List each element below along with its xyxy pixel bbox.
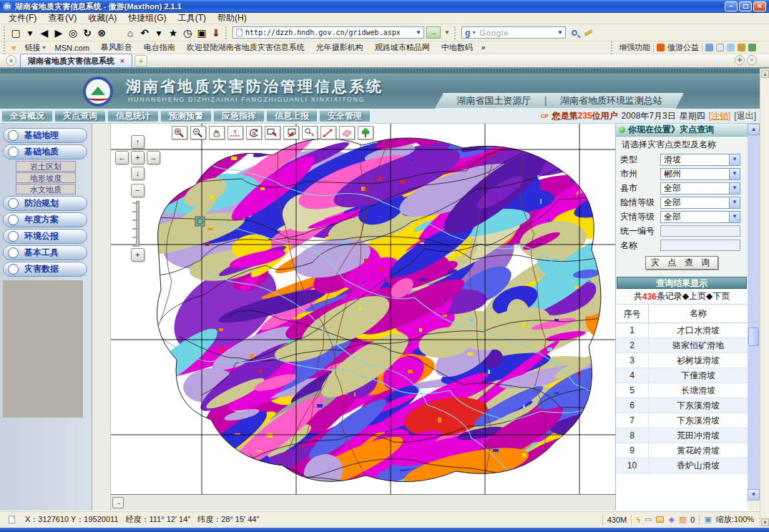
chevron-down-icon[interactable]: ▼ <box>729 154 740 165</box>
minimize-button[interactable]: – <box>725 1 738 11</box>
url-text[interactable]: http://dzzh.hndh.gov.cn/gridweb.aspx <box>245 29 413 36</box>
nav-tab[interactable]: 全省概况 <box>1 110 53 122</box>
result-row[interactable]: 10 香炉山滑坡 <box>616 458 748 473</box>
toolbar-button[interactable]: ◎ <box>66 26 80 40</box>
sidebar-subitem[interactable]: 地形坡度 <box>16 172 76 183</box>
map-tool-button[interactable] <box>358 126 373 139</box>
pages-icon[interactable] <box>727 44 735 51</box>
brush-icon[interactable] <box>738 44 745 51</box>
sidebar-item[interactable]: 基础地理 <box>0 128 92 143</box>
sidebar-item[interactable]: 地形坡度 <box>0 172 92 183</box>
highlighter-icon[interactable] <box>584 29 593 36</box>
tray-icon[interactable]: ▭ <box>645 515 652 524</box>
map-tool-button[interactable] <box>320 126 336 139</box>
pan-right-button[interactable]: → <box>147 151 160 164</box>
sidebar-item[interactable]: 灾害数据 <box>0 262 92 277</box>
toolbar-button[interactable]: ▢ <box>9 26 23 40</box>
result-row[interactable]: 9 黄花岭滑坡 <box>616 443 748 458</box>
chevron-down-icon[interactable]: ▼ <box>729 183 740 194</box>
exit-link[interactable]: [退出] <box>734 110 756 122</box>
panel-scrollbar[interactable]: ▲ ▼ <box>748 124 760 511</box>
browser-tab[interactable]: 湖南省地质灾害信息系统× <box>20 54 132 67</box>
field-select[interactable]: 全部▼ <box>660 211 740 223</box>
map-tool-button[interactable] <box>283 126 299 139</box>
menu-item[interactable]: 文件(F) <box>3 12 42 24</box>
favorites-star-icon[interactable]: ★ <box>6 55 16 66</box>
chevron-down-icon[interactable]: ▼ <box>444 29 450 36</box>
charity-button[interactable]: 傲游公益 <box>667 42 699 53</box>
map-tool-button[interactable] <box>209 126 225 139</box>
search-input[interactable]: Google <box>476 29 555 37</box>
map-tool-button[interactable]: ? <box>227 126 243 139</box>
bookmark-item[interactable]: 中地数码 <box>436 42 479 53</box>
menu-item[interactable]: 工具(T) <box>172 12 212 24</box>
field-input[interactable] <box>660 225 740 237</box>
bookmarks-overflow-button[interactable]: » <box>479 44 489 51</box>
map-viewport[interactable]: ?S ↑ ← + → ↓ − + → <box>111 124 615 511</box>
go-button[interactable]: → <box>426 26 441 39</box>
zoom-in-step-button[interactable]: + <box>131 248 145 262</box>
toolbar-button[interactable]: ◷ <box>180 26 195 40</box>
toolbar-button[interactable]: ⌂ <box>123 26 137 40</box>
toolbar-grip[interactable] <box>454 26 457 39</box>
menu-item[interactable]: 快捷组(G) <box>122 12 172 24</box>
bookmark-item[interactable]: 光年摄影机构 <box>310 42 369 53</box>
result-row[interactable]: 4 下僮滑坡 <box>616 368 748 383</box>
building-icon[interactable] <box>748 44 756 51</box>
sidebar-item[interactable]: 年度方案 <box>0 212 92 227</box>
field-select[interactable]: 全部▼ <box>660 197 740 209</box>
nav-tab[interactable]: 应急指挥 <box>213 110 265 122</box>
pan-center-button[interactable]: + <box>131 151 145 164</box>
nav-tab[interactable]: 信息统计 <box>107 110 159 122</box>
maximize-button[interactable] <box>739 1 752 11</box>
nav-tab[interactable]: 灾点查询 <box>54 110 106 122</box>
charity-icon[interactable] <box>657 44 665 51</box>
book-icon[interactable]: ◈ <box>668 515 674 524</box>
sidebar-subitem[interactable]: 水文地质 <box>16 184 76 194</box>
scroll-up-icon[interactable]: ▲ <box>748 124 760 135</box>
prev-page-link[interactable]: ◆上页 <box>682 290 706 302</box>
field-select[interactable]: 滑坡▼ <box>660 154 740 166</box>
result-row[interactable]: 8 荒田冲滑坡 <box>616 428 748 443</box>
pan-left-button[interactable]: ← <box>115 151 129 164</box>
zoom-level[interactable]: 缩放:100% <box>716 514 754 525</box>
map-tool-button[interactable] <box>265 126 280 139</box>
query-button[interactable]: 灾 点 查 询 <box>645 256 718 270</box>
chevron-down-icon[interactable]: ▼ <box>471 30 476 35</box>
toolbar-grip[interactable] <box>225 26 228 39</box>
scroll-right-button[interactable]: → <box>112 497 124 508</box>
scrollbar-thumb[interactable] <box>748 327 759 346</box>
sidebar-item[interactable]: 基本工具 <box>0 245 92 260</box>
bookmark-item[interactable]: 链接▾ <box>19 42 49 53</box>
window-icon[interactable] <box>716 44 724 51</box>
toolbar-button[interactable] <box>109 26 123 40</box>
nav-tab[interactable]: 信息上报 <box>266 110 318 122</box>
extensions-button[interactable]: 增强功能 <box>619 42 650 53</box>
toolbar-grip[interactable] <box>4 41 6 54</box>
new-tab-button[interactable]: + <box>134 55 147 66</box>
sidebar-item[interactable]: 防治规划 <box>0 196 92 211</box>
sidebar-item[interactable]: 基础地质 <box>0 144 92 159</box>
menu-item[interactable]: 收藏(A) <box>82 12 122 24</box>
logout-link[interactable]: [注销] <box>709 110 731 122</box>
result-row[interactable]: 7 下东溪滑坡 <box>616 413 748 428</box>
toolbar-button[interactable]: ↻ <box>80 26 94 40</box>
map-tool-button[interactable] <box>302 126 318 139</box>
pan-down-button[interactable]: ↓ <box>131 167 145 180</box>
toolbar-button[interactable]: ⊗ <box>94 26 109 40</box>
scroll-down-icon[interactable]: ▼ <box>761 518 769 526</box>
toolbar-button[interactable]: ★ <box>166 26 180 40</box>
toolbar-button[interactable]: ▾ <box>152 26 166 40</box>
chevron-down-icon[interactable]: ▼ <box>729 169 740 179</box>
bookmark-item[interactable]: 电台指南 <box>138 42 181 53</box>
toolbar-button[interactable]: ↶ <box>137 26 152 40</box>
bookmark-item[interactable]: 欢迎登陆湖南省地质灾害信息系统 <box>181 42 310 53</box>
scroll-down-icon[interactable]: ▼ <box>748 489 760 501</box>
toolbar-button[interactable]: ▶ <box>52 26 66 40</box>
chevron-down-icon[interactable]: ▼ <box>413 29 423 36</box>
link-land-resources[interactable]: 湖南省国土资源厅 <box>456 94 531 107</box>
bookmark-item[interactable]: 暴风影音 <box>95 42 138 53</box>
tab-tools-icon[interactable]: ✚ <box>735 55 745 65</box>
nav-tab[interactable]: 预测预警 <box>160 110 212 122</box>
chevron-down-icon[interactable]: ▼ <box>729 197 740 208</box>
